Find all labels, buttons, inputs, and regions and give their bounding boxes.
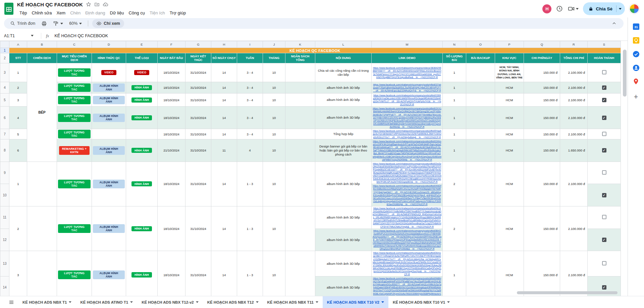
cell-M3[interactable]: https://www.facebook.com/nhabepxinhcompa… <box>372 63 443 82</box>
checkbox[interactable]: ✓ <box>602 98 606 102</box>
cell-D5[interactable]: ALBUM HÌNH ẢNH <box>92 94 126 107</box>
cell-M14[interactable]: https://www.facebook.com/nhabepxinhcompa… <box>372 276 443 296</box>
cell-M5[interactable]: https://www.facebook.com/nhabepxinhcompa… <box>372 94 443 107</box>
column-header-O[interactable]: O <box>466 41 495 48</box>
cell-R8[interactable]: 1.650.000 đ <box>560 139 588 162</box>
cell-G5[interactable]: 31/10/2024 <box>185 94 211 107</box>
cell-P3[interactable]: HCM, TÂY NINH, ĐỒNG NAI, BÌNH DƯƠNG, LON… <box>495 63 524 82</box>
header-cell-L[interactable]: NỘI DUNG <box>315 53 372 63</box>
move-to-folder-icon[interactable] <box>94 2 100 7</box>
cell-L6[interactable]: album hình ảnh 3D bếp <box>315 107 372 129</box>
cell-F6[interactable]: 18/10/2024 <box>158 107 185 129</box>
cell-R3[interactable]: 2.100.000 đ <box>560 63 588 82</box>
cell-L13[interactable]: album hình ảnh 3D bếp <box>315 251 372 276</box>
cell-P5[interactable]: HCM <box>495 94 524 107</box>
row-header-7[interactable]: 7 <box>0 129 9 139</box>
profile-avatar[interactable] <box>629 4 639 14</box>
cell-B9[interactable] <box>27 162 57 206</box>
tasks-icon[interactable] <box>632 50 640 58</box>
cell-R6[interactable]: 2.100.000 đ <box>560 107 588 129</box>
column-header-I[interactable]: I <box>237 41 263 48</box>
cell-Q9[interactable]: 150.000 đ <box>524 162 560 206</box>
checkbox[interactable]: ✓ <box>602 85 606 90</box>
sheet-tab-3[interactable]: KẾ HOẠCH ADS NBX T12-v2 <box>137 296 203 308</box>
header-cell-R[interactable]: TỔNG CHI PHÍ <box>560 53 588 63</box>
cell-G4[interactable]: 31/10/2024 <box>185 82 211 94</box>
cell-S13[interactable] <box>588 251 621 276</box>
tab-dropdown-icon[interactable] <box>69 301 71 303</box>
cell-Q5[interactable]: 150.000 đ <box>524 94 560 107</box>
cell-K7[interactable] <box>285 129 315 139</box>
star-icon[interactable] <box>86 2 91 7</box>
link[interactable]: https://www.facebook.com/nhabepxinhcompa… <box>373 66 441 78</box>
cell-J4[interactable]: 10 <box>263 82 285 94</box>
print-button[interactable] <box>39 20 49 27</box>
cell-L3[interactable]: Chia sẻ các công năng cần có trong căn b… <box>315 63 372 82</box>
name-box-dropdown-icon[interactable] <box>31 35 34 37</box>
cell-S5[interactable]: ✓ <box>588 94 621 107</box>
cell-M8[interactable]: https://www.facebook.com/nhabepxinhcompa… <box>372 139 443 162</box>
tab-dropdown-icon[interactable] <box>316 301 318 303</box>
cell-J8[interactable]: 10 <box>263 139 285 162</box>
header-cell-Q[interactable]: CHI PHÍ/NGÀY <box>524 53 560 63</box>
header-cell-S[interactable]: HOÀN THÀNH <box>588 53 621 63</box>
cell-C11[interactable]: LƯỢT TƯƠNG TÁC <box>57 206 92 251</box>
select-all-corner[interactable] <box>0 41 9 48</box>
cell-R7[interactable]: 2.100.000 đ <box>560 129 588 139</box>
row-header-4[interactable]: 4 <box>0 82 9 94</box>
row-header-6[interactable]: 6 <box>0 107 9 129</box>
row-header-1[interactable]: 1 <box>0 48 9 53</box>
column-header-R[interactable]: R <box>560 41 588 48</box>
cell-N6[interactable]: 1 <box>443 107 466 129</box>
header-cell-D[interactable]: HÌNH THỨC QC <box>92 53 126 63</box>
cell-I11[interactable]: 1 - 3 <box>237 206 263 251</box>
column-header-J[interactable]: J <box>263 41 285 48</box>
column-header-M[interactable]: M <box>372 41 443 48</box>
row-header-10[interactable]: 10 <box>0 184 9 206</box>
cell-M12[interactable]: https://www.facebook.com/nhabepxinhcompa… <box>372 229 443 251</box>
header-cell-K[interactable]: NGÂN SÁCH TỔNG <box>285 53 315 63</box>
cell-J6[interactable]: 10 <box>263 107 285 129</box>
menu-chen[interactable]: Chèn <box>68 9 83 16</box>
cell-A8[interactable]: 6 <box>9 139 27 162</box>
row-header-9[interactable]: 9 <box>0 162 9 184</box>
cell-S3[interactable] <box>588 63 621 82</box>
tab-dropdown-icon[interactable] <box>196 301 199 303</box>
cell-D9[interactable]: ALBUM HÌNH ẢNH <box>92 162 126 206</box>
cell-D7[interactable] <box>92 129 126 139</box>
cell-D4[interactable]: ALBUM HÌNH ẢNH <box>92 82 126 94</box>
sheet-tab-7[interactable]: KẾ HOẠCH ADS NBX T10 V1 <box>388 296 454 308</box>
zoom-control[interactable]: 60% <box>67 20 84 27</box>
cell-P8[interactable]: HCM <box>495 139 524 162</box>
checkbox[interactable]: ✓ <box>602 148 606 152</box>
header-cell-O[interactable]: BÀI BACKUP <box>466 53 495 63</box>
cell-K8[interactable] <box>285 139 315 162</box>
header-cell-N[interactable]: SỐ LƯỢNG BÀI <box>443 53 466 63</box>
cell-O4[interactable] <box>466 82 495 94</box>
cell-E5[interactable]: HÌNH ẢNH <box>126 94 158 107</box>
header-cell-I[interactable]: TUẦN <box>237 53 263 63</box>
cell-K13[interactable] <box>285 251 315 296</box>
cell-E11[interactable]: HÌNH ẢNH <box>126 206 158 251</box>
tab-dropdown-icon[interactable] <box>447 301 450 303</box>
row-header-12[interactable]: 12 <box>0 229 9 251</box>
cell-A3[interactable]: 1 <box>9 63 27 82</box>
cell-Q4[interactable]: 150.000 đ <box>524 82 560 94</box>
cell-N8[interactable]: 1 <box>443 139 466 162</box>
checkbox[interactable]: ✓ <box>602 193 606 197</box>
sheet-tab-1[interactable]: KẾ HOẠCH ADS NBX T1 <box>18 296 76 308</box>
cell-N5[interactable]: 1 <box>443 94 466 107</box>
cell-R11[interactable]: 2.100.000 đ <box>560 206 588 251</box>
menu-chinh-sua[interactable]: Chỉnh sửa <box>29 9 54 16</box>
column-header-Q[interactable]: Q <box>524 41 560 48</box>
menu-du-lieu[interactable]: Dữ liệu <box>108 9 126 16</box>
column-header-E[interactable]: E <box>126 41 158 48</box>
menu-tro-giup[interactable]: Trợ giúp <box>167 9 189 16</box>
cell-K9[interactable] <box>285 162 315 206</box>
cell-L11[interactable]: album hình ảnh 3D bếp <box>315 206 372 229</box>
cell-G11[interactable]: 31/10/2024 <box>185 206 211 251</box>
menus-search-button[interactable]: Trình đơn <box>8 20 37 27</box>
link[interactable]: https://www.facebook.com/nhabepxinhcompa… <box>373 94 441 106</box>
contacts-icon[interactable] <box>632 64 640 71</box>
menu-dinh-dang[interactable]: Định dạng <box>83 9 107 16</box>
